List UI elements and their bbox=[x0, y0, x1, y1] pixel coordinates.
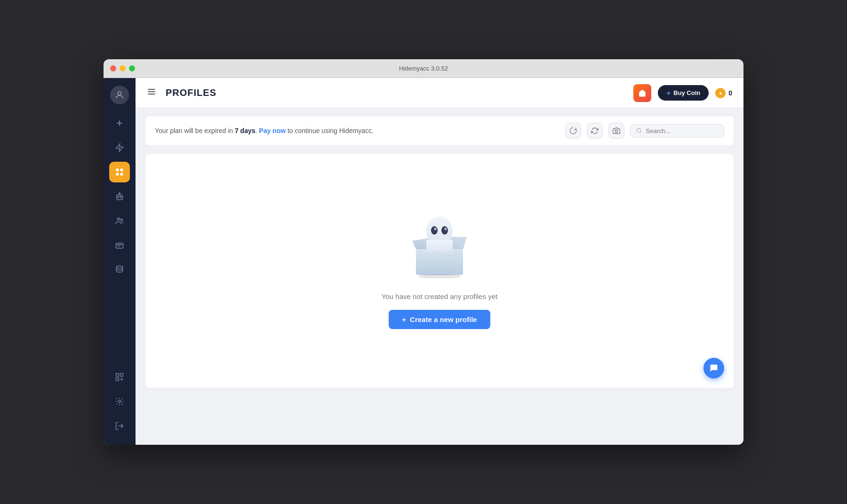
refresh-profiles-button[interactable] bbox=[565, 123, 581, 139]
traffic-lights bbox=[110, 65, 135, 71]
create-profile-button[interactable]: + Create a new profile bbox=[389, 310, 490, 329]
svg-point-19 bbox=[119, 401, 121, 403]
chat-icon bbox=[709, 363, 719, 373]
svg-point-9 bbox=[118, 197, 119, 198]
svg-point-13 bbox=[120, 219, 122, 220]
search-input[interactable] bbox=[646, 127, 718, 134]
sidebar bbox=[104, 78, 136, 445]
coin-balance: ● 0 bbox=[715, 88, 732, 98]
sync-button[interactable] bbox=[587, 123, 603, 139]
svg-rect-14 bbox=[116, 243, 123, 248]
notification-text: Your plan will be expired in 7 days. Pay… bbox=[155, 127, 374, 134]
svg-point-24 bbox=[615, 130, 617, 132]
svg-point-10 bbox=[120, 197, 121, 198]
sidebar-item-settings[interactable] bbox=[109, 391, 130, 412]
svg-rect-27 bbox=[416, 249, 463, 275]
content-area: Your plan will be expired in 7 days. Pay… bbox=[136, 108, 743, 445]
sidebar-item-extensions[interactable] bbox=[109, 367, 130, 387]
sidebar-item-robot[interactable] bbox=[109, 186, 130, 207]
notification-actions bbox=[565, 123, 724, 139]
svg-point-15 bbox=[116, 266, 122, 268]
main-content: PROFILES + Buy Coin ● 0 bbox=[136, 78, 743, 445]
sidebar-item-logout[interactable] bbox=[109, 416, 130, 436]
svg-rect-5 bbox=[120, 169, 123, 172]
ghost-svg bbox=[402, 213, 477, 278]
svg-marker-3 bbox=[116, 144, 123, 152]
empty-state: You have not created any profiles yet + … bbox=[382, 213, 497, 329]
svg-rect-17 bbox=[120, 374, 123, 377]
coin-count: 0 bbox=[728, 89, 732, 97]
screenshot-button[interactable] bbox=[608, 123, 624, 139]
topbar: PROFILES + Buy Coin ● 0 bbox=[136, 78, 743, 108]
svg-point-34 bbox=[441, 226, 448, 235]
sidebar-item-avatar[interactable] bbox=[110, 86, 129, 104]
empty-state-text: You have not created any profiles yet bbox=[382, 292, 497, 300]
profiles-panel: You have not created any profiles yet + … bbox=[145, 153, 734, 388]
svg-point-36 bbox=[445, 228, 447, 230]
search-box[interactable] bbox=[630, 124, 724, 138]
empty-illustration bbox=[402, 213, 477, 278]
page-title: PROFILES bbox=[166, 87, 216, 98]
coin-icon: ● bbox=[715, 88, 726, 98]
svg-point-12 bbox=[117, 218, 120, 220]
svg-point-35 bbox=[434, 228, 437, 230]
svg-point-25 bbox=[637, 128, 641, 132]
topbar-right: + Buy Coin ● 0 bbox=[633, 84, 732, 102]
sidebar-item-add[interactable] bbox=[109, 113, 130, 134]
plus-icon-btn: + bbox=[402, 315, 406, 323]
minimize-button[interactable] bbox=[120, 65, 126, 71]
expiry-days: 7 days bbox=[235, 127, 256, 134]
titlebar: Hidemyacc 3.0.52 bbox=[104, 59, 743, 78]
sidebar-item-team[interactable] bbox=[109, 211, 130, 231]
menu-icon[interactable] bbox=[147, 87, 156, 99]
buy-coin-button[interactable]: + Buy Coin bbox=[658, 85, 709, 101]
pay-now-link[interactable]: Pay now bbox=[259, 127, 286, 134]
chat-fab-button[interactable] bbox=[703, 358, 724, 378]
svg-rect-16 bbox=[116, 374, 119, 377]
svg-rect-4 bbox=[116, 169, 119, 172]
svg-line-26 bbox=[640, 132, 641, 133]
maximize-button[interactable] bbox=[129, 65, 135, 71]
svg-rect-7 bbox=[120, 173, 123, 176]
svg-point-0 bbox=[118, 92, 121, 95]
app-window: Hidemyacc 3.0.52 bbox=[104, 59, 743, 445]
sidebar-item-subscriptions[interactable] bbox=[109, 235, 130, 256]
svg-point-33 bbox=[431, 226, 438, 235]
search-icon bbox=[636, 127, 642, 134]
sidebar-item-automation[interactable] bbox=[109, 137, 130, 158]
notification-bar: Your plan will be expired in 7 days. Pay… bbox=[145, 116, 734, 146]
svg-rect-6 bbox=[116, 173, 119, 176]
svg-rect-18 bbox=[116, 378, 119, 381]
home-icon-button[interactable] bbox=[633, 84, 651, 102]
window-title: Hidemyacc 3.0.52 bbox=[399, 65, 448, 72]
sidebar-item-data[interactable] bbox=[109, 260, 130, 280]
plus-icon: + bbox=[666, 89, 671, 97]
sidebar-item-profiles[interactable] bbox=[109, 162, 130, 182]
app-body: PROFILES + Buy Coin ● 0 bbox=[104, 78, 743, 445]
svg-point-11 bbox=[119, 193, 120, 194]
close-button[interactable] bbox=[110, 65, 116, 71]
